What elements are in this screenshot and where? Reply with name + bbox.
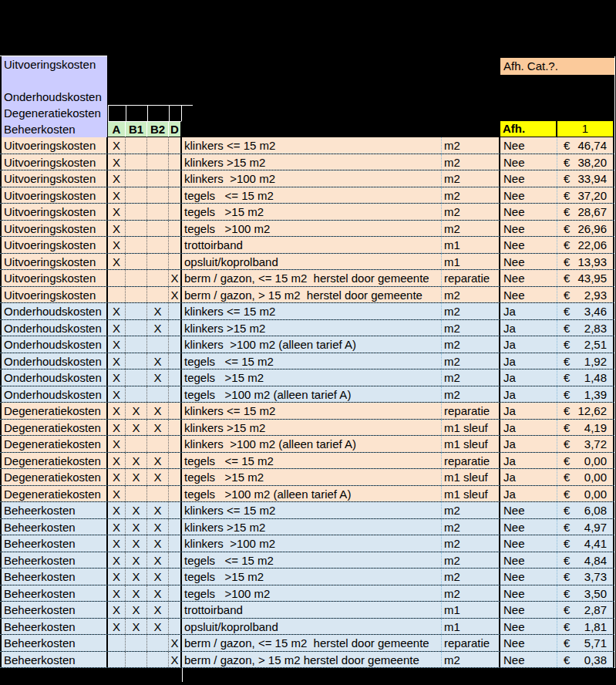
cell-category[interactable]: Uitvoeringskosten xyxy=(0,187,108,204)
cell-afh-cat[interactable]: Nee xyxy=(500,602,557,618)
cell-afh-cat[interactable]: Nee xyxy=(500,187,557,204)
cell-description[interactable]: tegels <= 15 m2 xyxy=(182,187,442,204)
cell-afh-cat[interactable]: Ja xyxy=(500,386,557,403)
cell-category[interactable]: Beheerkosten xyxy=(0,585,108,602)
cell-unit[interactable]: m2 xyxy=(442,569,500,585)
cell-unit[interactable]: m2 xyxy=(442,204,500,220)
cell-description[interactable]: tegels <= 15 m2 xyxy=(182,552,442,569)
cell-mark-a[interactable]: X xyxy=(108,237,126,253)
cell-mark-a[interactable]: X xyxy=(108,619,126,635)
cell-mark-b1[interactable] xyxy=(126,336,147,353)
cell-unit[interactable]: m2 xyxy=(442,336,500,353)
cell-description[interactable]: berm / gazon, <= 15 m2 herstel door geme… xyxy=(182,270,442,286)
cell-price[interactable]: € 3,73 xyxy=(557,569,614,585)
column-header-d[interactable]: D xyxy=(169,121,182,137)
cell-mark-d[interactable] xyxy=(169,519,182,535)
cell-description[interactable]: berm / gazon, <= 15 m2 herstel door geme… xyxy=(182,635,442,651)
cell-afh-cat[interactable]: Nee xyxy=(500,237,557,253)
cell-mark-b1[interactable] xyxy=(126,221,147,237)
cell-mark-b1[interactable] xyxy=(126,270,147,286)
cell-unit[interactable]: m2 xyxy=(442,137,500,154)
cell-afh-cat[interactable]: Ja xyxy=(500,469,557,485)
cell-mark-b1[interactable] xyxy=(126,436,147,452)
cell-mark-b2[interactable] xyxy=(147,635,169,651)
cell-mark-b1[interactable]: X xyxy=(126,519,147,535)
cell-mark-a[interactable]: X xyxy=(108,320,126,336)
cell-mark-a[interactable] xyxy=(108,635,126,651)
cell-mark-b2[interactable]: X xyxy=(147,453,169,469)
cell-mark-d[interactable] xyxy=(169,436,182,452)
cell-mark-d[interactable] xyxy=(169,602,182,618)
cell-description[interactable]: klinkers <= 15 m2 xyxy=(182,502,442,518)
cell-mark-d[interactable] xyxy=(169,585,182,602)
cell-mark-b1[interactable] xyxy=(126,635,147,651)
cell-mark-b1[interactable]: X xyxy=(126,469,147,485)
cell-mark-b1[interactable] xyxy=(126,486,147,502)
cell-mark-a[interactable]: X xyxy=(108,187,126,204)
cell-category[interactable]: Uitvoeringskosten xyxy=(0,170,108,187)
cell-afh-cat[interactable]: Nee xyxy=(500,137,557,154)
cell-afh-cat[interactable]: Ja xyxy=(500,353,557,369)
cell-unit[interactable]: m1 sleuf xyxy=(442,420,500,436)
cell-category[interactable]: Degeneratiekosten xyxy=(0,453,108,469)
cell-description[interactable]: tegels >15 m2 xyxy=(182,469,442,485)
cell-mark-b1[interactable] xyxy=(126,154,147,170)
cell-mark-a[interactable]: X xyxy=(108,353,126,369)
cell-category[interactable]: Onderhoudskosten xyxy=(0,336,108,353)
cell-unit[interactable]: m2 xyxy=(442,535,500,552)
cell-mark-a[interactable]: X xyxy=(108,154,126,170)
cell-category[interactable]: Onderhoudskosten xyxy=(0,386,108,403)
cell-price[interactable]: € 26,96 xyxy=(557,221,614,237)
cell-unit[interactable]: reparatie xyxy=(442,270,500,286)
cell-mark-b2[interactable]: X xyxy=(147,353,169,369)
cell-mark-b2[interactable]: X xyxy=(147,569,169,585)
cell-price[interactable]: € 4,19 xyxy=(557,420,614,436)
cell-price[interactable]: € 1,48 xyxy=(557,369,614,386)
cell-mark-d[interactable] xyxy=(169,486,182,502)
cell-mark-a[interactable]: X xyxy=(108,453,126,469)
cell-price[interactable]: € 4,84 xyxy=(557,552,614,569)
cell-description[interactable]: klinkers <= 15 m2 xyxy=(182,303,442,319)
cell-mark-b2[interactable]: X xyxy=(147,619,169,635)
cell-mark-d[interactable] xyxy=(169,469,182,485)
cell-mark-a[interactable]: X xyxy=(108,204,126,220)
cell-category[interactable]: Onderhoudskosten xyxy=(0,303,108,319)
cell-mark-a[interactable]: X xyxy=(108,303,126,319)
cell-mark-b1[interactable] xyxy=(126,170,147,187)
cell-afh-cat[interactable]: Ja xyxy=(500,436,557,452)
cell-mark-b2[interactable] xyxy=(147,486,169,502)
cell-mark-b1[interactable] xyxy=(126,320,147,336)
cell-category[interactable]: Uitvoeringskosten xyxy=(0,287,108,303)
cell-mark-b1[interactable]: X xyxy=(126,535,147,552)
cell-price[interactable]: € 33,94 xyxy=(557,170,614,187)
cell-mark-d[interactable] xyxy=(169,254,182,270)
cell-mark-b2[interactable]: X xyxy=(147,369,169,386)
cell-category[interactable]: Beheerkosten xyxy=(0,635,108,651)
cell-afh-cat[interactable]: Nee xyxy=(500,569,557,585)
cell-mark-b2[interactable] xyxy=(147,204,169,220)
cell-price[interactable]: € 2,93 xyxy=(557,287,614,303)
cell-mark-a[interactable]: X xyxy=(108,254,126,270)
cell-mark-d[interactable]: X xyxy=(169,652,182,668)
cell-category[interactable]: Uitvoeringskosten xyxy=(0,137,108,154)
cell-category[interactable]: Degeneratiekosten xyxy=(0,403,108,419)
cell-category[interactable]: Beheerkosten xyxy=(0,602,108,618)
cell-mark-a[interactable]: X xyxy=(108,519,126,535)
cell-mark-b2[interactable] xyxy=(147,652,169,668)
cell-description[interactable]: tegels <= 15 m2 xyxy=(182,353,442,369)
cell-price[interactable]: € 4,97 xyxy=(557,519,614,535)
cell-mark-b2[interactable]: X xyxy=(147,519,169,535)
cell-unit[interactable]: m2 xyxy=(442,320,500,336)
cell-afh-cat[interactable]: Nee xyxy=(500,154,557,170)
cell-price[interactable]: € 1,39 xyxy=(557,386,614,403)
cell-afh-cat[interactable]: Nee xyxy=(500,585,557,602)
cell-mark-d[interactable] xyxy=(169,137,182,154)
cell-mark-d[interactable] xyxy=(169,187,182,204)
column-header-a[interactable]: A xyxy=(108,121,126,137)
cell-mark-a[interactable]: X xyxy=(108,403,126,419)
cell-category[interactable]: Uitvoeringskosten xyxy=(0,204,108,220)
cell-afh-cat[interactable]: Ja xyxy=(500,403,557,419)
cell-mark-d[interactable] xyxy=(169,336,182,353)
cell-price[interactable]: € 0,00 xyxy=(557,486,614,502)
cell-category[interactable]: Beheerkosten xyxy=(0,652,108,668)
